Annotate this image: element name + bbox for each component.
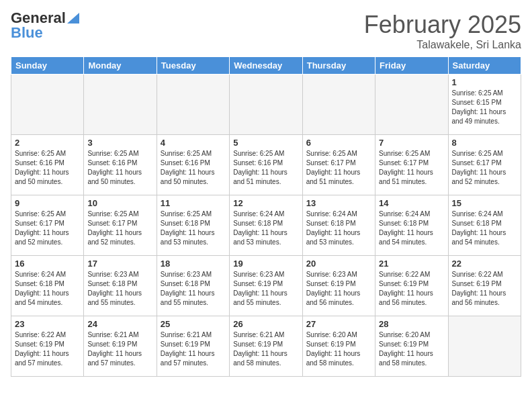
calendar-day-cell: 13Sunrise: 6:24 AMSunset: 6:18 PMDayligh… [302,195,375,256]
day-number: 27 [306,319,371,329]
page-header: General Blue February 2025 Talawakele, S… [11,11,521,51]
calendar-day-cell: 4Sunrise: 6:25 AMSunset: 6:16 PMDaylight… [157,135,229,195]
day-info: Sunrise: 6:25 AMSunset: 6:16 PMDaylight:… [233,149,298,187]
day-info: Sunrise: 6:24 AMSunset: 6:18 PMDaylight:… [306,210,371,247]
calendar-day-cell: 6Sunrise: 6:25 AMSunset: 6:17 PMDaylight… [302,135,375,195]
day-info: Sunrise: 6:25 AMSunset: 6:18 PMDaylight:… [161,210,226,247]
day-number: 19 [233,259,298,269]
day-info: Sunrise: 6:25 AMSunset: 6:17 PMDaylight:… [15,210,80,247]
day-info: Sunrise: 6:22 AMSunset: 6:19 PMDaylight:… [452,270,517,308]
day-number: 16 [15,259,80,269]
weekday-header: Monday [84,57,157,75]
calendar-day-cell: 5Sunrise: 6:25 AMSunset: 6:16 PMDaylight… [230,135,302,195]
calendar-day-cell: 24Sunrise: 6:21 AMSunset: 6:19 PMDayligh… [84,316,157,377]
day-number: 28 [379,319,444,329]
day-number: 4 [161,138,226,148]
calendar-day-cell: 14Sunrise: 6:24 AMSunset: 6:18 PMDayligh… [375,195,448,256]
day-info: Sunrise: 6:24 AMSunset: 6:18 PMDaylight:… [452,210,517,247]
day-info: Sunrise: 6:23 AMSunset: 6:19 PMDaylight:… [233,270,298,308]
calendar-day-cell [448,316,521,377]
day-info: Sunrise: 6:20 AMSunset: 6:19 PMDaylight:… [379,330,444,368]
calendar-day-cell: 16Sunrise: 6:24 AMSunset: 6:18 PMDayligh… [11,256,84,316]
day-number: 6 [306,138,371,148]
calendar-day-cell: 1Sunrise: 6:25 AMSunset: 6:15 PMDaylight… [448,75,521,135]
logo-general-text: General [11,11,66,26]
day-info: Sunrise: 6:23 AMSunset: 6:19 PMDaylight:… [306,270,371,308]
day-number: 7 [379,138,444,148]
day-info: Sunrise: 6:25 AMSunset: 6:17 PMDaylight:… [306,149,371,187]
calendar-day-cell [230,75,302,135]
logo-icon [67,13,79,24]
day-number: 9 [15,198,80,208]
day-info: Sunrise: 6:25 AMSunset: 6:17 PMDaylight:… [379,149,444,187]
calendar-table: SundayMondayTuesdayWednesdayThursdayFrid… [11,56,521,377]
day-info: Sunrise: 6:22 AMSunset: 6:19 PMDaylight:… [379,270,444,308]
day-info: Sunrise: 6:21 AMSunset: 6:19 PMDaylight:… [233,330,298,368]
day-info: Sunrise: 6:23 AMSunset: 6:18 PMDaylight:… [87,270,152,308]
calendar-week-row: 1Sunrise: 6:25 AMSunset: 6:15 PMDaylight… [11,75,521,135]
calendar-day-cell: 27Sunrise: 6:20 AMSunset: 6:19 PMDayligh… [302,316,375,377]
weekday-header: Thursday [302,57,375,75]
day-number: 14 [379,198,444,208]
day-number: 15 [452,198,517,208]
day-info: Sunrise: 6:25 AMSunset: 6:16 PMDaylight:… [87,149,152,187]
calendar-day-cell: 8Sunrise: 6:25 AMSunset: 6:17 PMDaylight… [448,135,521,195]
calendar-week-row: 2Sunrise: 6:25 AMSunset: 6:16 PMDaylight… [11,135,521,195]
calendar-day-cell [11,75,84,135]
weekday-header: Wednesday [230,57,302,75]
calendar-day-cell [157,75,229,135]
calendar-day-cell: 15Sunrise: 6:24 AMSunset: 6:18 PMDayligh… [448,195,521,256]
day-info: Sunrise: 6:23 AMSunset: 6:18 PMDaylight:… [161,270,226,308]
day-number: 10 [87,198,152,208]
day-number: 24 [87,319,152,329]
day-number: 5 [233,138,298,148]
calendar-day-cell: 3Sunrise: 6:25 AMSunset: 6:16 PMDaylight… [84,135,157,195]
day-info: Sunrise: 6:24 AMSunset: 6:18 PMDaylight:… [15,270,80,308]
weekday-header: Saturday [448,57,521,75]
calendar-day-cell: 22Sunrise: 6:22 AMSunset: 6:19 PMDayligh… [448,256,521,316]
weekday-header: Tuesday [157,57,229,75]
day-info: Sunrise: 6:21 AMSunset: 6:19 PMDaylight:… [161,330,226,368]
calendar-day-cell: 10Sunrise: 6:25 AMSunset: 6:17 PMDayligh… [84,195,157,256]
month-year-title: February 2025 [364,11,521,39]
location-title: Talawakele, Sri Lanka [364,39,521,51]
day-number: 18 [161,259,226,269]
day-number: 26 [233,319,298,329]
calendar-day-cell: 25Sunrise: 6:21 AMSunset: 6:19 PMDayligh… [157,316,229,377]
day-number: 17 [87,259,152,269]
day-info: Sunrise: 6:22 AMSunset: 6:19 PMDaylight:… [15,330,80,368]
day-number: 3 [87,138,152,148]
calendar-week-row: 9Sunrise: 6:25 AMSunset: 6:17 PMDaylight… [11,195,521,256]
calendar-day-cell: 11Sunrise: 6:25 AMSunset: 6:18 PMDayligh… [157,195,229,256]
day-info: Sunrise: 6:25 AMSunset: 6:15 PMDaylight:… [452,89,517,126]
calendar-day-cell [302,75,375,135]
day-number: 20 [306,259,371,269]
day-info: Sunrise: 6:24 AMSunset: 6:18 PMDaylight:… [233,210,298,247]
calendar-day-cell: 2Sunrise: 6:25 AMSunset: 6:16 PMDaylight… [11,135,84,195]
calendar-day-cell: 23Sunrise: 6:22 AMSunset: 6:19 PMDayligh… [11,316,84,377]
calendar-week-row: 16Sunrise: 6:24 AMSunset: 6:18 PMDayligh… [11,256,521,316]
day-number: 13 [306,198,371,208]
calendar-day-cell: 12Sunrise: 6:24 AMSunset: 6:18 PMDayligh… [230,195,302,256]
day-info: Sunrise: 6:24 AMSunset: 6:18 PMDaylight:… [379,210,444,247]
weekday-header: Friday [375,57,448,75]
calendar-day-cell: 17Sunrise: 6:23 AMSunset: 6:18 PMDayligh… [84,256,157,316]
day-info: Sunrise: 6:21 AMSunset: 6:19 PMDaylight:… [87,330,152,368]
logo-blue-text: Blue [11,26,43,40]
day-number: 2 [15,138,80,148]
day-number: 1 [452,77,517,87]
day-info: Sunrise: 6:20 AMSunset: 6:19 PMDaylight:… [306,330,371,368]
day-number: 23 [15,319,80,329]
day-info: Sunrise: 6:25 AMSunset: 6:17 PMDaylight:… [87,210,152,247]
day-number: 12 [233,198,298,208]
calendar-day-cell: 19Sunrise: 6:23 AMSunset: 6:19 PMDayligh… [230,256,302,316]
day-number: 25 [161,319,226,329]
svg-marker-0 [67,13,79,24]
logo: General Blue [11,11,79,40]
day-info: Sunrise: 6:25 AMSunset: 6:16 PMDaylight:… [161,149,226,187]
calendar-day-cell: 7Sunrise: 6:25 AMSunset: 6:17 PMDaylight… [375,135,448,195]
calendar-day-cell: 26Sunrise: 6:21 AMSunset: 6:19 PMDayligh… [230,316,302,377]
calendar-day-cell: 20Sunrise: 6:23 AMSunset: 6:19 PMDayligh… [302,256,375,316]
day-number: 8 [452,138,517,148]
calendar-header-row: SundayMondayTuesdayWednesdayThursdayFrid… [11,57,521,75]
